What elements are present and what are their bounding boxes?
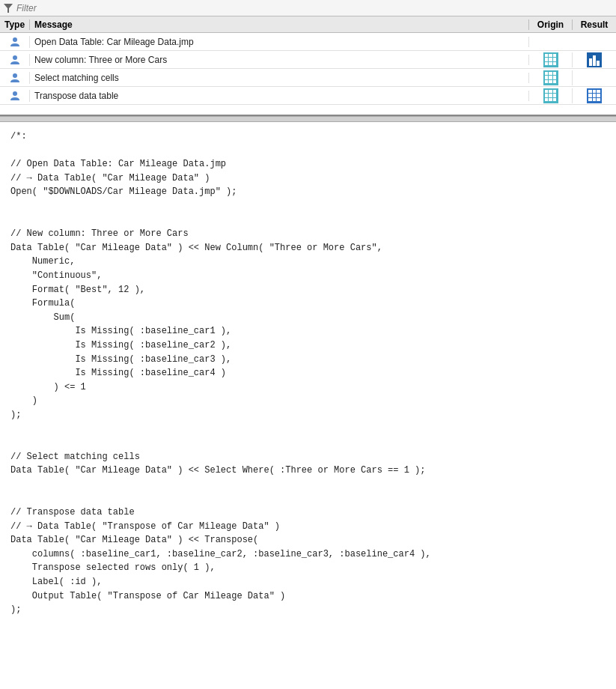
header-message: Message	[30, 19, 529, 30]
row-icon-3	[0, 72, 30, 84]
table-row[interactable]: New column: Three or More Cars	[0, 51, 616, 69]
table-row[interactable]: Open Data Table: Car Mileage Data.jmp	[0, 33, 616, 51]
row-result-2	[573, 52, 616, 67]
filter-icon	[3, 3, 13, 13]
row-origin-4	[529, 88, 573, 103]
svg-point-3	[13, 73, 17, 78]
log-panel: Type Message Origin Result Open Data Tab…	[0, 0, 616, 116]
table-row[interactable]: Transpose data table	[0, 87, 616, 105]
row-message-1: Open Data Table: Car Mileage Data.jmp	[30, 37, 529, 47]
row-message-4: Transpose data table	[30, 91, 529, 101]
svg-point-4	[13, 91, 17, 96]
filter-input[interactable]	[16, 3, 613, 13]
row-message-2: New column: Three or More Cars	[30, 55, 529, 65]
row-message-3: Select matching cells	[30, 73, 529, 83]
svg-point-2	[13, 55, 17, 60]
filter-bar[interactable]	[0, 0, 616, 16]
table-header: Type Message Origin Result	[0, 16, 616, 33]
svg-marker-0	[4, 4, 13, 13]
row-origin-2	[529, 52, 573, 67]
origin-grid-icon	[543, 88, 558, 103]
result-chart-icon	[587, 52, 602, 67]
row-icon-1	[0, 36, 30, 48]
code-panel[interactable]: /*: // Open Data Table: Car Mileage Data…	[0, 122, 616, 689]
row-origin-3	[529, 70, 573, 85]
origin-grid-icon	[543, 70, 558, 85]
header-result: Result	[573, 19, 616, 30]
origin-grid-icon	[543, 52, 558, 67]
row-result-4	[573, 88, 616, 103]
result-grid-icon	[587, 88, 602, 103]
header-type: Type	[0, 19, 30, 30]
header-origin: Origin	[529, 19, 573, 30]
svg-point-1	[13, 37, 17, 42]
panel-divider	[0, 116, 616, 122]
row-icon-4	[0, 90, 30, 102]
row-icon-2	[0, 54, 30, 66]
table-row[interactable]: Select matching cells	[0, 69, 616, 87]
